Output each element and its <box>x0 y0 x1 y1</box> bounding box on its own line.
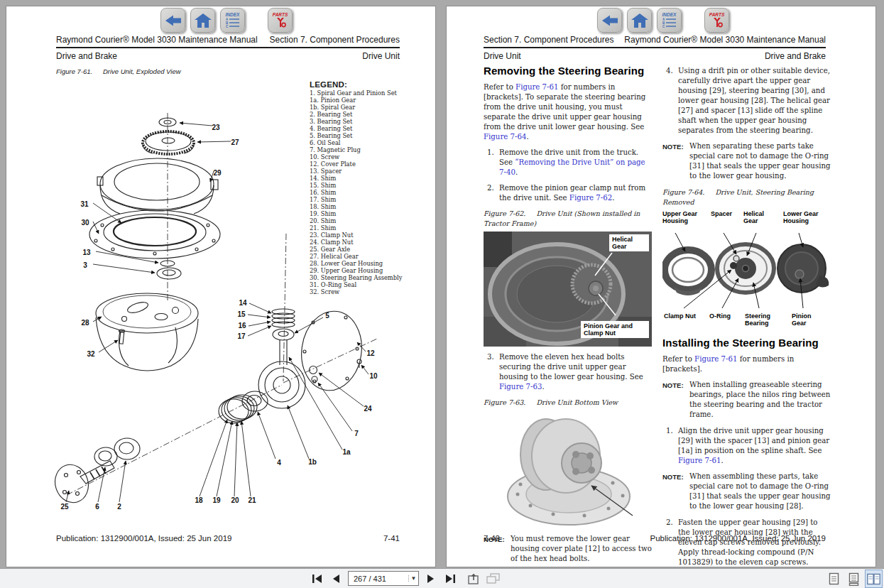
link-removing-drive-unit[interactable]: “Removing the Drive Unit” on page 7-40 <box>499 158 645 176</box>
fig64-label-clamp-nut: Clamp Nut <box>664 312 704 320</box>
step-1-install: 1. Align the drive unit upper gear housi… <box>662 426 831 466</box>
last-page-button[interactable] <box>443 572 457 586</box>
step-text: Remove the drive unit from the truck. Se… <box>499 148 652 178</box>
link-figure-7-62[interactable]: Figure 7-62 <box>569 194 612 202</box>
part-magnetic-plug-7 <box>312 376 317 382</box>
step-text: Using a drift pin or other suitable devi… <box>678 66 831 136</box>
step-3: 3. Remove the eleven hex head bolts secu… <box>484 352 652 392</box>
figure-7-62-caption: Figure 7-62. Drive Unit (Shown installed… <box>484 209 652 229</box>
note-2: NOTE: When separating these parts take s… <box>662 141 831 181</box>
previous-page-icon <box>332 574 340 584</box>
page-number: 7-41 <box>383 534 400 543</box>
subheader-right: Drive and Brake <box>765 51 826 61</box>
manual-page-right: INDEX ABC PARTS Section 7. Component Pro… <box>446 6 876 567</box>
note-text: When assembling these parts, take specia… <box>689 472 831 511</box>
facing-pages-view-button[interactable] <box>865 570 883 588</box>
footer-publication: Publication: 1312900/001A, Issued: 25 Ju… <box>56 534 231 543</box>
link-figure-7-63[interactable]: Figure 7-63 <box>499 383 542 391</box>
link-figure-7-64[interactable]: Figure 7-64 <box>484 133 526 141</box>
text-column-1: Removing the Steering Bearing Refer to F… <box>484 66 652 570</box>
photo-callout-pinion-gear: Pinion Gear and Clamp Nut <box>581 321 649 338</box>
link-figure-7-61[interactable]: Figure 7-61 <box>678 457 721 464</box>
figure-7-62-photo: Helical Gear Pinion Gear and Clamp Nut <box>484 232 652 347</box>
single-page-view-button[interactable] <box>825 570 843 588</box>
step-2: 2. Remove the pinion gear clamp nut from… <box>484 183 652 203</box>
note-1: NOTE: You must remove the lower gear hou… <box>484 534 652 564</box>
new-document-button[interactable] <box>466 572 481 586</box>
section-heading: Installing the Steering Bearing <box>662 338 831 348</box>
callout-number: 2 <box>117 503 121 511</box>
next-page-button[interactable] <box>424 572 438 586</box>
callout-number: 1a <box>342 448 351 456</box>
facing-pages-view-icon <box>867 573 880 585</box>
figure-7-64-caption: Figure 7-64. Drive Unit, Steering Bearin… <box>662 187 831 207</box>
page-indicator: 267 / 431 <box>349 575 408 583</box>
intro-paragraph: Refer to Figure 7-61 for numbers in [bra… <box>484 82 652 142</box>
callout-number: 24 <box>364 405 372 413</box>
part-steering-bearing-30 <box>89 210 220 258</box>
first-page-button[interactable] <box>310 572 324 586</box>
continuous-view-button[interactable] <box>845 570 863 588</box>
callout-number: 21 <box>248 496 256 504</box>
footer-publication: Publication: 1312900/001A, Issued: 25 Ju… <box>650 534 826 543</box>
callout-number: 27 <box>231 138 239 146</box>
callout-number: 3 <box>83 261 87 269</box>
callout-number: 18 <box>195 496 203 504</box>
new-document-icon <box>467 572 480 584</box>
callout-number: 10 <box>369 372 378 380</box>
next-page-icon <box>427 574 435 584</box>
part-helical-gear-27 <box>143 131 194 154</box>
parts-button[interactable]: PARTS <box>704 8 729 33</box>
callout-number: 13 <box>82 249 91 256</box>
callout-number: 15 <box>237 310 246 318</box>
last-page-icon <box>445 574 456 584</box>
part-bearing-5 <box>273 329 294 340</box>
step-1: 1. Remove the drive unit from the truck.… <box>484 148 652 178</box>
photo-callout-helical-gear: Helical Gear <box>609 234 649 251</box>
note-text: You must remove the lower gear housing c… <box>511 534 652 564</box>
header-left-text: Section 7. Component Procedures <box>484 35 613 45</box>
part-shims-14-17 <box>272 309 295 327</box>
pdf-viewer-window: INDEX ABC PARTS Raymond Courier® Model 3… <box>0 0 884 588</box>
callout-number: 25 <box>60 503 69 511</box>
step-text: Remove the eleven hex head bolts securin… <box>499 352 652 392</box>
part-bearing-3 <box>157 268 181 279</box>
callout-number: 20 <box>231 496 239 504</box>
header-rule <box>484 47 826 48</box>
link-figure-7-61[interactable]: Figure 7-61 <box>515 83 558 91</box>
link-figure-7-61[interactable]: Figure 7-61 <box>694 355 737 363</box>
callout-number: 31 <box>80 200 89 208</box>
layout-toggle-buttons <box>825 570 883 588</box>
text-column-2: 4. Using a drift pin or other suitable d… <box>662 66 831 583</box>
fig64-label-o-ring: O-Ring <box>709 312 738 320</box>
callout-number: 7 <box>354 430 359 437</box>
refer-paragraph: Refer to Figure 7-61 for numbers in [bra… <box>662 354 831 374</box>
page-number-combobox[interactable]: 267 / 431 ▼ <box>348 571 419 586</box>
copy-page-icon <box>486 572 500 584</box>
callout-number: 28 <box>81 319 89 327</box>
chevron-down-icon[interactable]: ▼ <box>408 575 418 582</box>
home-icon <box>631 13 648 28</box>
parts-tool-icon <box>711 17 724 28</box>
home-button[interactable] <box>627 8 652 33</box>
index-label: INDEX <box>662 12 677 17</box>
note-text: When installing greaseable steering bear… <box>689 380 831 420</box>
manual-page-left: INDEX ABC PARTS Raymond Courier® Model 3… <box>6 6 436 567</box>
part-shims-18-21 <box>219 395 257 423</box>
index-list-icon: ABC <box>662 17 677 28</box>
viewer-toolbar: 267 / 431 ▼ <box>0 568 884 588</box>
note-3: NOTE: When installing greaseable steerin… <box>662 380 831 420</box>
previous-page-button[interactable] <box>329 572 343 586</box>
copy-page-button[interactable] <box>486 572 500 586</box>
callout-number: 23 <box>212 124 220 131</box>
part-pinion-and-spiral-gear-1 <box>258 340 305 408</box>
index-button[interactable]: INDEX ABC <box>657 8 682 33</box>
part-lower-gear-housing-28 <box>96 293 198 371</box>
callout-number: 6 <box>95 503 99 511</box>
fig64-label-upper-gear-housing: Upper Gear Housing <box>662 210 704 224</box>
fig64-label-helical-gear: Helical Gear <box>743 210 773 224</box>
back-button[interactable] <box>597 8 622 33</box>
fig64-label-pinion-gear: Pinion Gear <box>792 312 823 327</box>
note-4: NOTE: When assembling these parts, take … <box>662 472 831 511</box>
part-upper-gear-housing-29 <box>97 158 218 214</box>
